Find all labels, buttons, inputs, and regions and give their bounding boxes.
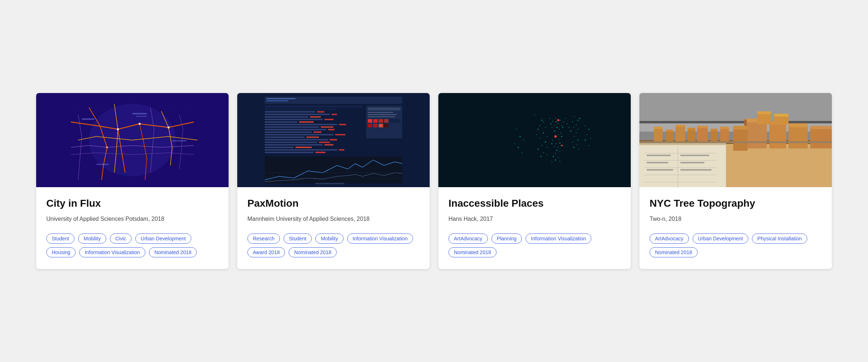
svg-point-149	[577, 144, 578, 145]
svg-rect-220	[639, 141, 832, 143]
card-subtitle-inaccessible-places: Hans Hack, 2017	[448, 215, 621, 223]
tag-information-visualization[interactable]: Information Visualization	[79, 247, 145, 257]
tag-planning[interactable]: Planning	[492, 233, 522, 244]
card-nyc-tree-topography[interactable]: NYC Tree Topography Two-n, 2018 ArtAdvoc…	[639, 93, 832, 269]
svg-point-22	[186, 129, 187, 130]
card-inaccessible-places[interactable]: Inaccessible Places Hans Hack, 2017 ArtA…	[438, 93, 631, 269]
svg-point-155	[523, 140, 524, 140]
tag-nominated-2018[interactable]: Nominated 2018	[289, 247, 337, 257]
svg-rect-41	[265, 106, 362, 108]
tag-information-visualization[interactable]: Information Visualization	[526, 233, 591, 244]
svg-rect-184	[757, 111, 771, 114]
svg-point-98	[562, 127, 563, 128]
svg-rect-63	[265, 136, 305, 138]
svg-rect-43	[265, 111, 315, 113]
svg-point-14	[132, 111, 133, 111]
tag-art-advocacy[interactable]: ArtAdvocacy	[448, 233, 488, 244]
svg-point-5	[106, 147, 108, 148]
svg-point-103	[559, 139, 559, 140]
svg-point-129	[540, 138, 540, 139]
svg-rect-182	[788, 123, 808, 127]
svg-point-139	[572, 122, 573, 122]
svg-point-116	[558, 157, 558, 158]
svg-point-121	[541, 120, 542, 121]
svg-rect-213	[688, 128, 695, 130]
card-body-city-in-flux: City in Flux University of Applied Scien…	[36, 187, 229, 269]
svg-rect-215	[697, 126, 708, 129]
svg-rect-53	[265, 124, 337, 125]
svg-point-150	[573, 147, 574, 148]
svg-point-92	[550, 123, 552, 125]
tag-urban-development[interactable]: Urban Development	[693, 233, 749, 244]
svg-rect-32	[368, 119, 372, 123]
svg-rect-65	[265, 139, 328, 140]
svg-rect-212	[688, 129, 695, 142]
card-title-nyc-tree-topography: NYC Tree Topography	[650, 197, 822, 210]
svg-rect-200	[647, 155, 671, 156]
cards-grid: City in Flux University of Applied Scien…	[36, 93, 832, 269]
svg-point-130	[545, 142, 546, 143]
svg-rect-56	[321, 126, 333, 128]
svg-point-94	[560, 132, 561, 133]
svg-rect-201	[647, 162, 668, 163]
tag-urban-development[interactable]: Urban Development	[135, 233, 191, 244]
svg-point-143	[578, 129, 578, 130]
tag-civic[interactable]: Civic	[110, 233, 132, 244]
svg-rect-216	[711, 130, 718, 142]
card-title-city-in-flux: City in Flux	[46, 197, 218, 210]
svg-point-136	[547, 154, 548, 155]
tag-nominated-2018[interactable]: Nominated 2018	[650, 247, 698, 257]
svg-rect-55	[265, 126, 319, 128]
svg-point-163	[588, 145, 589, 146]
svg-point-145	[576, 132, 576, 133]
svg-rect-208	[666, 131, 673, 143]
tag-housing[interactable]: Housing	[46, 247, 76, 257]
svg-point-18	[78, 129, 78, 130]
svg-rect-204	[680, 162, 704, 163]
svg-point-4	[167, 126, 170, 129]
svg-point-91	[559, 129, 559, 130]
tag-nominated-2018[interactable]: Nominated 2018	[448, 247, 497, 257]
svg-point-131	[541, 145, 542, 146]
svg-rect-6	[132, 113, 147, 114]
svg-rect-186	[810, 126, 832, 129]
tag-student[interactable]: Student	[46, 233, 75, 244]
svg-rect-45	[265, 114, 330, 115]
svg-rect-209	[666, 130, 673, 132]
card-image-city-in-flux	[36, 93, 229, 187]
svg-rect-72	[295, 147, 312, 148]
tag-art-advocacy[interactable]: ArtAdvocacy	[650, 233, 689, 244]
svg-rect-35	[368, 124, 372, 127]
svg-rect-75	[265, 152, 314, 153]
svg-rect-52	[299, 121, 314, 123]
svg-rect-36	[373, 124, 378, 127]
svg-point-122	[540, 125, 540, 126]
tag-mobility[interactable]: Mobility	[78, 233, 106, 244]
svg-rect-42	[265, 109, 337, 110]
svg-rect-34	[379, 119, 383, 123]
svg-rect-70	[324, 144, 333, 146]
svg-rect-49	[265, 119, 323, 120]
tag-student[interactable]: Student	[284, 233, 312, 244]
svg-point-123	[543, 122, 544, 122]
tag-research[interactable]: Research	[247, 233, 280, 244]
svg-rect-37	[379, 124, 383, 127]
card-city-in-flux[interactable]: City in Flux University of Applied Scien…	[36, 93, 229, 269]
svg-rect-25	[267, 98, 295, 99]
svg-point-142	[573, 127, 574, 128]
svg-point-156	[518, 147, 519, 148]
tag-information-visualization[interactable]: Information Visualization	[347, 233, 413, 244]
tag-nominated-2018[interactable]: Nominated 2018	[149, 247, 197, 257]
svg-point-128	[547, 136, 548, 137]
svg-rect-50	[324, 119, 333, 120]
tag-physical-installation[interactable]: Physical Installation	[752, 233, 807, 244]
tag-mobility[interactable]: Mobility	[315, 233, 343, 244]
svg-point-127	[543, 132, 544, 134]
tag-award-2018[interactable]: Award 2018	[247, 247, 285, 257]
svg-point-85	[559, 120, 561, 121]
card-paxmotion[interactable]: PaxMotion Mannheim University of Applied…	[237, 93, 430, 269]
svg-rect-47	[265, 116, 308, 118]
svg-point-141	[579, 118, 580, 119]
svg-rect-29	[368, 112, 393, 113]
svg-point-93	[565, 118, 566, 119]
